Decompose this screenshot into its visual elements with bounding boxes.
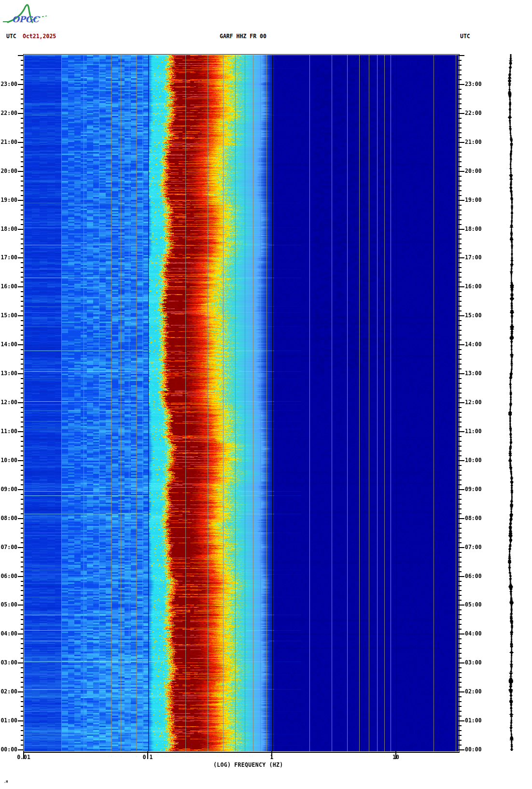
x-tick-label: 10 xyxy=(381,754,410,761)
hour-label-right: 22:00 xyxy=(465,110,482,116)
hour-label-right: 03:00 xyxy=(465,660,482,666)
hour-label-right: 16:00 xyxy=(465,283,482,290)
hour-label-right: 14:00 xyxy=(465,341,482,348)
hour-label-left: 08:00 xyxy=(0,515,17,521)
hour-label-right: 04:00 xyxy=(465,631,482,637)
hour-label-right: 06:00 xyxy=(465,573,482,579)
x-tick-label: 0.01 xyxy=(9,754,38,761)
spectrogram-canvas xyxy=(24,55,459,751)
hour-label-left: 15:00 xyxy=(0,312,17,319)
hour-label-right: 10:00 xyxy=(465,457,482,464)
amplitude-trace-canvas xyxy=(507,54,515,751)
x-tick-label: 1 xyxy=(257,754,286,761)
hour-label-right: 09:00 xyxy=(465,486,482,493)
hour-label-left: 11:00 xyxy=(0,428,17,435)
hour-label-right: 17:00 xyxy=(465,254,482,261)
hour-label-right: 21:00 xyxy=(465,139,482,145)
spectrogram-frame xyxy=(23,54,460,753)
hour-label-left: 22:00 xyxy=(0,110,17,116)
hour-label-left: 14:00 xyxy=(0,341,17,348)
utc-label-right: UTC xyxy=(460,33,470,40)
hour-label-left: 09:00 xyxy=(0,486,17,493)
corner-mark: .H xyxy=(4,780,8,784)
x-tick-label: 0.1 xyxy=(133,754,162,761)
hour-label-left: 10:00 xyxy=(0,457,17,464)
date-label: Oct21,2025 xyxy=(23,33,56,40)
page-title: GARF HHZ FR 00 xyxy=(220,33,266,40)
hour-label-right: 20:00 xyxy=(465,168,482,174)
logo-text: OPGC xyxy=(12,14,40,24)
hour-label-right: 18:00 xyxy=(465,226,482,232)
hour-label-right: 08:00 xyxy=(465,515,482,521)
hour-label-right: 01:00 xyxy=(465,718,482,724)
x-axis-title: (LOG) FREQUENCY (HZ) xyxy=(213,761,283,768)
hour-label-right: 15:00 xyxy=(465,312,482,319)
hour-label-right: 23:00 xyxy=(465,81,482,87)
hour-label-left: 21:00 xyxy=(0,139,17,145)
hour-label-left: 01:00 xyxy=(0,718,17,724)
hour-label-left: 03:00 xyxy=(0,660,17,666)
hour-label-left: 00:00 xyxy=(0,747,17,753)
hour-label-left: 18:00 xyxy=(0,226,17,232)
hour-label-left: 16:00 xyxy=(0,283,17,290)
hour-label-left: 06:00 xyxy=(0,573,17,579)
utc-label-left: UTC xyxy=(6,33,16,40)
hour-label-right: 05:00 xyxy=(465,602,482,608)
hour-label-right: 11:00 xyxy=(465,428,482,435)
hour-label-left: 17:00 xyxy=(0,254,17,261)
hour-label-right: 19:00 xyxy=(465,197,482,203)
hour-label-right: 02:00 xyxy=(465,689,482,695)
hour-label-right: 12:00 xyxy=(465,399,482,406)
hour-label-left: 02:00 xyxy=(0,689,17,695)
hour-label-right: 00:00 xyxy=(465,747,482,753)
hour-label-left: 23:00 xyxy=(0,81,17,87)
hour-label-right: 07:00 xyxy=(465,544,482,550)
hour-label-left: 07:00 xyxy=(0,544,17,550)
hour-label-left: 13:00 xyxy=(0,370,17,377)
hour-label-right: 13:00 xyxy=(465,370,482,377)
hour-label-left: 04:00 xyxy=(0,631,17,637)
spectrogram-page: { "logo": { "text": "OPGC" }, "header": … xyxy=(0,0,532,789)
hour-label-left: 05:00 xyxy=(0,602,17,608)
hour-label-left: 19:00 xyxy=(0,197,17,203)
hour-label-left: 20:00 xyxy=(0,168,17,174)
hour-label-left: 12:00 xyxy=(0,399,17,406)
opgc-logo: OPGC xyxy=(2,2,50,26)
